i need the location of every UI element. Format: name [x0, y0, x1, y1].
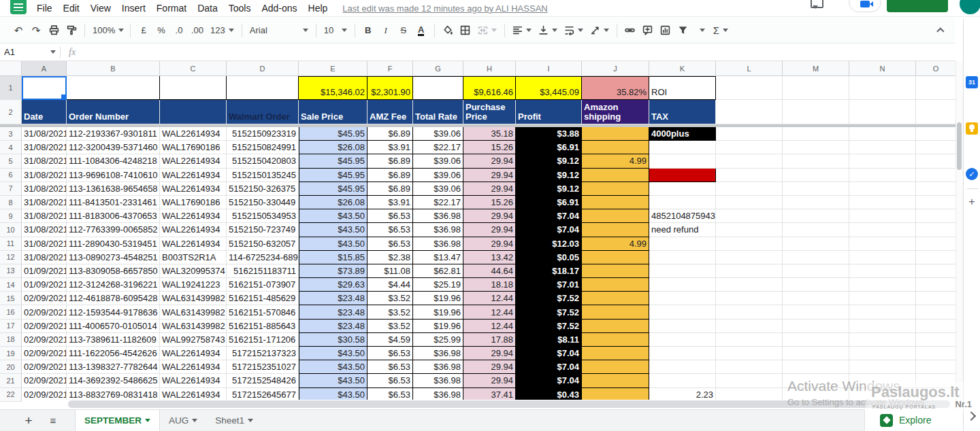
- cell-J10[interactable]: [582, 223, 649, 237]
- cell-D20[interactable]: 5172152351027: [227, 360, 299, 374]
- cell-C15[interactable]: WAL631439982: [160, 292, 227, 305]
- row-header-7[interactable]: 7: [0, 182, 22, 196]
- cell-D9[interactable]: 5152150534953: [227, 209, 299, 223]
- cell-M20[interactable]: [783, 360, 849, 374]
- cell-C8[interactable]: WAL17690186: [160, 196, 227, 209]
- redo-button[interactable]: ↷: [27, 22, 45, 39]
- cell-A15[interactable]: 02/09/2021: [22, 292, 67, 305]
- header-cell-date[interactable]: Date: [22, 100, 67, 124]
- cell-M16[interactable]: [783, 305, 849, 319]
- header-cell-purchase[interactable]: Purchase Price: [463, 100, 516, 124]
- strikethrough-button[interactable]: S: [395, 22, 412, 39]
- cell-B13[interactable]: 113-8309058-6657850: [67, 264, 160, 278]
- header-cell-walmart[interactable]: Walmart Order: [227, 100, 299, 124]
- cell-H7[interactable]: 29.94: [463, 182, 516, 196]
- cell-M19[interactable]: [783, 347, 849, 360]
- cell-J13[interactable]: [582, 264, 649, 278]
- cell-B20[interactable]: 113-1398327-7782644: [67, 360, 160, 374]
- cell-K13[interactable]: [649, 264, 716, 278]
- cell-B8[interactable]: 111-8413501-2331461: [67, 196, 160, 209]
- row-header-16[interactable]: 16: [0, 305, 22, 319]
- merge-cells-button[interactable]: [474, 22, 500, 39]
- cell-A18[interactable]: 02/09/2021: [22, 333, 67, 347]
- sheet-tab-aug[interactable]: AUG: [160, 410, 206, 431]
- column-header-J[interactable]: J: [582, 61, 649, 76]
- cell-O4[interactable]: [916, 141, 956, 154]
- cell-F8[interactable]: $3.91: [368, 196, 413, 209]
- header-cell-fee[interactable]: AMZ Fee: [368, 100, 413, 124]
- cell-D13[interactable]: 5162151183711: [227, 264, 299, 278]
- row-header-15[interactable]: 15: [0, 292, 22, 305]
- cell-D5[interactable]: 5152150420803: [227, 154, 299, 168]
- cell-A12[interactable]: 31/08/2021: [22, 251, 67, 264]
- menu-item-tools[interactable]: Tools: [223, 3, 257, 14]
- cell-A14[interactable]: 01/09/2021: [22, 278, 67, 292]
- cell-C18[interactable]: WAL992758743: [160, 333, 227, 347]
- cell-K17[interactable]: [649, 320, 716, 333]
- format-percent-button[interactable]: %: [152, 22, 170, 39]
- account-avatar[interactable]: [960, 0, 980, 14]
- cell-J20[interactable]: [582, 360, 649, 374]
- cell-F17[interactable]: $3.52: [368, 320, 413, 333]
- cell-L14[interactable]: [716, 278, 783, 292]
- column-header-K[interactable]: K: [649, 61, 716, 76]
- cell-K15[interactable]: [649, 292, 716, 305]
- cell-D4[interactable]: 5152150824991: [227, 141, 299, 154]
- cell-A20[interactable]: 02/09/2021: [22, 360, 67, 374]
- cell-B4[interactable]: 112-3200439-5371460: [67, 141, 160, 154]
- cell-A8[interactable]: 31/08/2021: [22, 196, 67, 209]
- cell-L21[interactable]: [716, 374, 783, 387]
- cell-E3[interactable]: $45.95: [299, 127, 368, 141]
- cell-H13[interactable]: 44.64: [463, 264, 516, 278]
- column-header-M[interactable]: M: [783, 61, 849, 76]
- sheets-logo-icon[interactable]: [10, 0, 27, 14]
- cell-K7[interactable]: [649, 182, 716, 196]
- cell-H18[interactable]: 17.88: [463, 333, 516, 347]
- cell-L2[interactable]: [716, 100, 783, 124]
- cell-H21[interactable]: 29.94: [463, 374, 516, 387]
- row-header-19[interactable]: 19: [0, 347, 22, 360]
- cell-H6[interactable]: 29.94: [463, 169, 516, 182]
- cell-F4[interactable]: $3.91: [368, 141, 413, 154]
- cell-N19[interactable]: [849, 347, 916, 360]
- row-header-14[interactable]: 14: [0, 278, 22, 292]
- cell-F1[interactable]: $2,301.90: [368, 76, 413, 100]
- cell-G18[interactable]: $25.99: [413, 333, 463, 347]
- cell-O15[interactable]: [916, 292, 956, 305]
- cell-N13[interactable]: [849, 264, 916, 278]
- cell-M6[interactable]: [783, 169, 849, 182]
- text-rotation-button[interactable]: [587, 22, 612, 39]
- cell-N4[interactable]: [849, 141, 916, 154]
- cell-H16[interactable]: 12.44: [463, 305, 516, 319]
- cell-B14[interactable]: 112-3124268-3196221: [67, 278, 160, 292]
- column-header-F[interactable]: F: [368, 61, 413, 76]
- cell-H4[interactable]: 15.26: [463, 141, 516, 154]
- cell-J19[interactable]: [582, 347, 649, 360]
- insert-chart-button[interactable]: [657, 22, 674, 39]
- tasks-icon[interactable]: ✓: [966, 168, 978, 180]
- cell-I16[interactable]: $7.52: [516, 305, 582, 319]
- cell-I19[interactable]: $7.04: [516, 347, 582, 360]
- cell-L16[interactable]: [716, 305, 783, 319]
- cell-I11[interactable]: $12.03: [516, 237, 582, 251]
- add-addon-button[interactable]: +: [966, 196, 978, 208]
- cell-H17[interactable]: 12.44: [463, 320, 516, 333]
- cell-C13[interactable]: WAL320995374: [160, 264, 227, 278]
- cell-F19[interactable]: $6.53: [368, 347, 413, 360]
- cell-C16[interactable]: WAL631439982: [160, 305, 227, 319]
- cell-I12[interactable]: $0.05: [516, 251, 582, 264]
- cell-O18[interactable]: [916, 333, 956, 347]
- cell-N5[interactable]: [849, 154, 916, 168]
- cell-N8[interactable]: [849, 196, 916, 209]
- cell-D16[interactable]: 5162151-570846: [227, 305, 299, 319]
- cell-I8[interactable]: $6.91: [516, 196, 582, 209]
- cell-F20[interactable]: $6.53: [368, 360, 413, 374]
- cell-M12[interactable]: [783, 251, 849, 264]
- cell-I15[interactable]: $7.52: [516, 292, 582, 305]
- cell-C9[interactable]: WAL22614934: [160, 209, 227, 223]
- filter-views-button[interactable]: [692, 22, 710, 39]
- decrease-decimals-button[interactable]: .0: [170, 22, 188, 39]
- cell-J3[interactable]: [582, 127, 649, 141]
- cell-M1[interactable]: [783, 76, 849, 100]
- cell-K20[interactable]: [649, 360, 716, 374]
